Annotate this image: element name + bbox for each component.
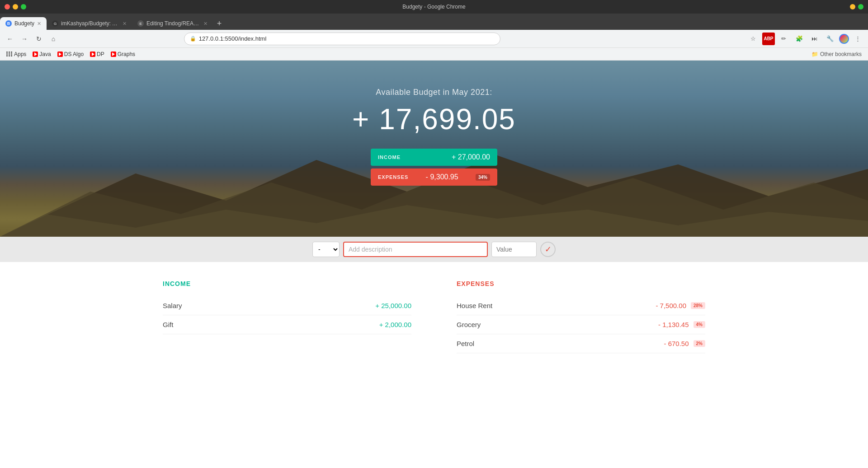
bookmark-graphs-label: Graphs bbox=[118, 51, 135, 57]
other-bookmarks[interactable]: 📁 Other bookmarks bbox=[809, 50, 864, 58]
tabs-bar: B Budgety ✕ G imKashyap/Budgety: A Budg…… bbox=[0, 14, 868, 30]
browser-right-controls bbox=[850, 4, 863, 9]
hero-content: Available Budget in May 2021: + 17,699.0… bbox=[0, 61, 868, 186]
bookmark-dsalgo-label: DS Algo bbox=[64, 51, 84, 57]
tab-label-budgety: Budgety bbox=[14, 20, 34, 27]
expense-item-petrol-name: Petrol bbox=[457, 340, 664, 347]
income-summary-card: INCOME + 27,000.00 bbox=[371, 149, 497, 166]
input-bar: - + ✓ bbox=[0, 237, 868, 262]
income-card-amount: + 27,000.00 bbox=[452, 153, 490, 161]
browser-title-text: Budgety - Google Chrome bbox=[402, 4, 465, 10]
url-text: 127.0.0.1:5500/index.html bbox=[199, 35, 495, 42]
url-bar[interactable]: 🔒 127.0.0.1:5500/index.html bbox=[184, 33, 500, 45]
expense-item-petrol-amount: - 670.50 bbox=[664, 340, 689, 347]
bookmark-graphs[interactable]: Graphs bbox=[108, 50, 138, 58]
tab-editing[interactable]: E Editing Tindog/README.md ✕ bbox=[132, 17, 213, 30]
minimize-traffic-light[interactable] bbox=[13, 4, 18, 9]
menu-button[interactable]: ⋮ bbox=[852, 33, 864, 45]
expense-item-grocery-amount: - 1,130.45 bbox=[658, 321, 689, 328]
income-item-salary-name: Salary bbox=[163, 302, 375, 309]
expense-item-houserent-name: House Rent bbox=[457, 302, 656, 309]
tab-icon-editing: E bbox=[137, 20, 144, 27]
other-bookmarks-label: Other bookmarks bbox=[820, 51, 862, 57]
youtube-icon-dp bbox=[90, 51, 95, 57]
expenses-card-label: EXPENSES bbox=[378, 174, 408, 180]
tab-budgety[interactable]: B Budgety ✕ bbox=[0, 17, 47, 30]
income-section: INCOME Salary + 25,000.00 Gift + 2,000.0… bbox=[163, 280, 411, 425]
description-input[interactable] bbox=[343, 242, 488, 257]
bookmark-java-label: Java bbox=[39, 51, 51, 57]
expenses-title: EXPENSES bbox=[457, 280, 705, 287]
home-button[interactable]: ⌂ bbox=[47, 33, 60, 45]
tab-close-editing[interactable]: ✕ bbox=[203, 21, 208, 27]
back-button[interactable]: ← bbox=[4, 33, 16, 45]
tab-icon-budgety: B bbox=[5, 20, 12, 27]
value-input[interactable] bbox=[491, 242, 537, 257]
new-tab-button[interactable]: + bbox=[213, 17, 226, 30]
expenses-summary-card: EXPENSES - 9,300.95 34% bbox=[371, 168, 497, 186]
bookmark-apps[interactable]: Apps bbox=[4, 50, 29, 58]
bookmarks-bar: Apps Java DS Algo DP Graphs 📁 Other book… bbox=[0, 48, 868, 61]
expense-item-petrol-pct: 2% bbox=[693, 340, 705, 347]
tab-label-editing: Editing Tindog/README.md bbox=[146, 20, 201, 27]
media-button[interactable]: ⏭ bbox=[808, 33, 821, 45]
browser-right-action-controls: ☆ ABP ✏ 🧩 ⏭ 🔧 ⋮ bbox=[747, 33, 864, 45]
expenses-card-amount: - 9,300.95 bbox=[426, 173, 458, 181]
apps-grid-icon bbox=[6, 51, 13, 56]
tab-label-github: imKashyap/Budgety: A Budg… bbox=[61, 20, 120, 27]
expense-item-grocery: Grocery - 1,130.45 4% bbox=[457, 315, 705, 334]
expenses-section: EXPENSES House Rent - 7,500.00 28% Groce… bbox=[457, 280, 705, 425]
forward-button[interactable]: → bbox=[18, 33, 31, 45]
address-bar: ← → ↻ ⌂ 🔒 127.0.0.1:5500/index.html ☆ AB… bbox=[0, 30, 868, 48]
budget-amount: + 17,699.05 bbox=[352, 103, 516, 136]
tab-github[interactable]: G imKashyap/Budgety: A Budg… ✕ bbox=[47, 17, 132, 30]
extension-button[interactable]: 🧩 bbox=[793, 33, 806, 45]
bookmark-dsalgo[interactable]: DS Algo bbox=[55, 50, 86, 58]
expenses-pct-badge: 34% bbox=[476, 174, 490, 181]
expense-item-houserent-pct: 28% bbox=[691, 302, 705, 309]
income-card-label: INCOME bbox=[378, 154, 401, 160]
extensions-button[interactable]: 🔧 bbox=[824, 33, 836, 45]
folder-icon: 📁 bbox=[811, 51, 818, 57]
summary-cards: INCOME + 27,000.00 EXPENSES - 9,300.95 3… bbox=[371, 149, 497, 186]
income-item-gift-name: Gift bbox=[163, 321, 379, 328]
expense-item-grocery-pct: 4% bbox=[693, 321, 705, 328]
tab-icon-github: G bbox=[52, 20, 58, 27]
budget-label: Available Budget in May 2021: bbox=[376, 88, 492, 97]
submit-button[interactable]: ✓ bbox=[540, 242, 556, 257]
income-item-gift-amount: + 2,000.00 bbox=[379, 321, 411, 328]
adblock-button[interactable]: ABP bbox=[762, 33, 775, 45]
income-item-salary: Salary + 25,000.00 bbox=[163, 296, 411, 315]
reload-button[interactable]: ↻ bbox=[33, 33, 45, 45]
income-item-salary-amount: + 25,000.00 bbox=[375, 302, 411, 309]
expense-item-houserent: House Rent - 7,500.00 28% bbox=[457, 296, 705, 315]
expense-item-petrol: Petrol - 670.50 2% bbox=[457, 334, 705, 353]
traffic-lights bbox=[5, 4, 26, 9]
lock-icon: 🔒 bbox=[190, 36, 196, 42]
bookmark-java[interactable]: Java bbox=[30, 50, 53, 58]
expense-item-grocery-name: Grocery bbox=[457, 321, 658, 328]
income-title: INCOME bbox=[163, 280, 411, 287]
bookmark-dp-label: DP bbox=[97, 51, 104, 57]
tab-close-github[interactable]: ✕ bbox=[123, 21, 127, 27]
maximize-traffic-light[interactable] bbox=[21, 4, 26, 9]
close-traffic-light[interactable] bbox=[5, 4, 10, 9]
income-item-gift: Gift + 2,000.00 bbox=[163, 315, 411, 334]
hero-section: Available Budget in May 2021: + 17,699.0… bbox=[0, 61, 868, 237]
star-button[interactable]: ☆ bbox=[747, 33, 760, 45]
expense-item-houserent-amount: - 7,500.00 bbox=[656, 302, 686, 309]
edit-button[interactable]: ✏ bbox=[778, 33, 790, 45]
right-dot-yellow bbox=[850, 4, 855, 9]
type-select[interactable]: - + bbox=[312, 242, 340, 257]
right-dot-green bbox=[858, 4, 863, 9]
browser-title-bar: Budgety - Google Chrome bbox=[0, 0, 868, 14]
data-section: INCOME Salary + 25,000.00 Gift + 2,000.0… bbox=[0, 262, 868, 443]
youtube-icon-java bbox=[33, 51, 38, 57]
bookmark-dp[interactable]: DP bbox=[87, 50, 107, 58]
user-avatar[interactable] bbox=[839, 34, 849, 44]
tab-close-budgety[interactable]: ✕ bbox=[37, 21, 41, 27]
apps-label: Apps bbox=[14, 51, 26, 57]
youtube-icon-graphs bbox=[111, 51, 116, 57]
youtube-icon-dsalgo bbox=[57, 51, 63, 57]
